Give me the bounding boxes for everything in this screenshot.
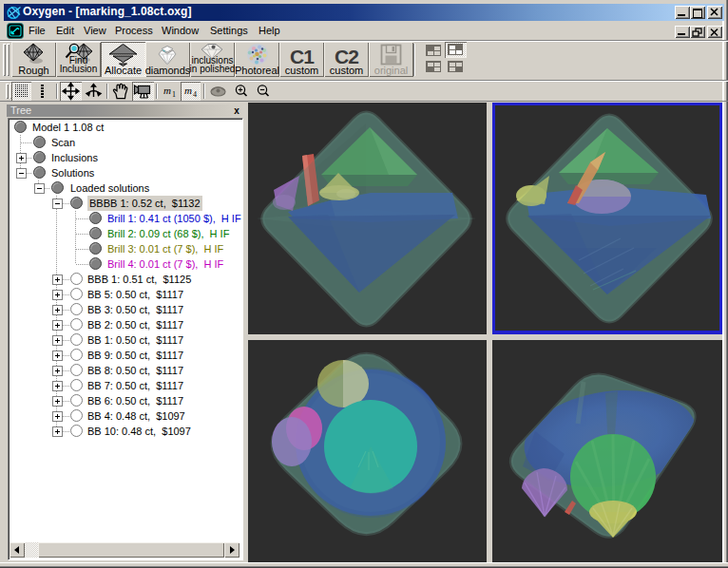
svg-text:1: 1 <box>172 90 176 99</box>
svg-text:4: 4 <box>193 90 197 99</box>
svg-text:m: m <box>163 85 171 96</box>
svg-text:m: m <box>184 85 192 96</box>
